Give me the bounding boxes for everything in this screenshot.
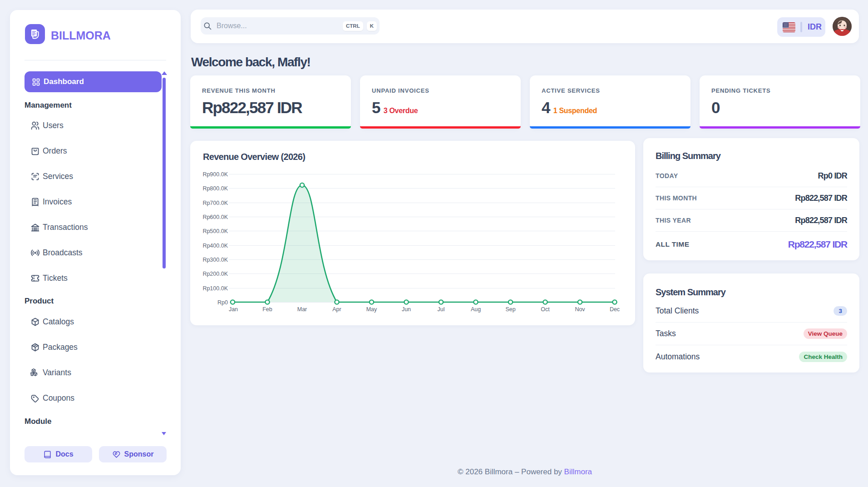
svg-text:Feb: Feb: [262, 306, 272, 313]
svg-text:Mar: Mar: [297, 306, 307, 313]
svg-text:Rp600.0K: Rp600.0K: [202, 214, 228, 220]
svg-text:Jul: Jul: [438, 306, 445, 313]
svg-text:Rp0: Rp0: [217, 299, 228, 306]
svg-text:Rp200.0K: Rp200.0K: [202, 271, 228, 277]
svg-text:Rp300.0K: Rp300.0K: [202, 257, 228, 263]
svg-text:Rp900.0K: Rp900.0K: [202, 171, 228, 178]
svg-text:Aug: Aug: [471, 306, 481, 313]
svg-text:Rp700.0K: Rp700.0K: [202, 200, 228, 206]
svg-text:May: May: [366, 306, 377, 313]
svg-text:Rp100.0K: Rp100.0K: [202, 285, 228, 292]
svg-text:Dec: Dec: [610, 306, 620, 313]
svg-text:Apr: Apr: [332, 306, 341, 313]
svg-text:Rp800.0K: Rp800.0K: [202, 185, 228, 192]
svg-text:Rp500.0K: Rp500.0K: [202, 228, 228, 234]
svg-text:Jun: Jun: [402, 306, 411, 313]
svg-text:Oct: Oct: [541, 306, 550, 313]
svg-text:Sep: Sep: [505, 306, 515, 313]
svg-text:Nov: Nov: [575, 306, 585, 313]
svg-text:Rp400.0K: Rp400.0K: [202, 243, 228, 249]
svg-text:Jan: Jan: [229, 306, 238, 313]
